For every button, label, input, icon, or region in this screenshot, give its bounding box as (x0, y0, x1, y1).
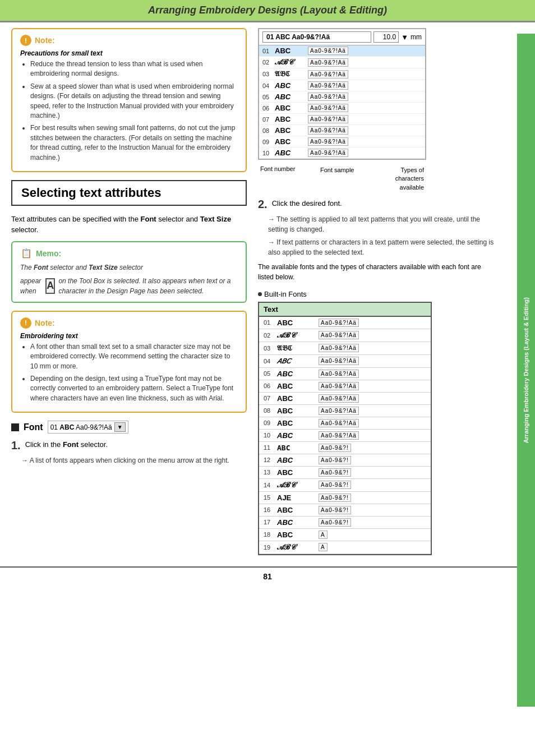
font-num-05: 05 (262, 94, 273, 100)
sidebar-right-text: Arranging Embroidery Designs (Layout & E… (522, 292, 530, 449)
font-list-item-09[interactable]: 09 ABC Aa0-9&?!Aä (259, 136, 425, 147)
ft-chars-01: Aa0-9&?!Aä (319, 319, 359, 327)
font-num-06: 06 (262, 105, 273, 112)
note-title-bottom: Note: (35, 319, 55, 328)
note-subtitle-top: Precautions for small text (20, 49, 238, 57)
font-label-text: Font (24, 422, 43, 432)
memo-toolbox: appear when A on the Tool Box is selecte… (20, 276, 238, 296)
ft-num-01: 01 (264, 319, 275, 326)
ft-prev-18: ABC (277, 531, 316, 539)
font-list-item-04[interactable]: 04 ABC Aa0-9&?!Aä (259, 80, 425, 91)
fonts-table-row-08[interactable]: 08 ABC Aa0-9&?!Aä (259, 405, 431, 417)
font-num-09: 09 (262, 139, 273, 145)
font-list-item-02[interactable]: 02 𝒜ℬ𝒞 Aa0-9&?!Aä (259, 57, 425, 68)
font-dropdown-arrow-icon[interactable]: ▼ (114, 422, 126, 432)
fonts-table-row-09[interactable]: 09 ABC Aa0-9&?!Aä (259, 417, 431, 430)
char-types-06: Aa0-9&?!Aä (308, 104, 348, 112)
fonts-table-row-12[interactable]: 12 ABC Aa0-9&?! (259, 454, 431, 467)
char-types-01: Aa0-9&?!Aä (308, 47, 348, 55)
font-num-10: 10 (262, 150, 273, 156)
fonts-table-row-16[interactable]: 16 ABC Aa0-9&?! (259, 504, 431, 517)
fonts-table-row-04[interactable]: 04 𝘈𝘉𝘊 Aa0-9&?!Aä (259, 355, 431, 368)
step1: 1. Click in the Font selector. → A list … (11, 439, 247, 465)
annotation-labels: Font number Font sample Types of charact… (258, 165, 426, 191)
fonts-table-row-15[interactable]: 15 AJE Aa0-9&?! (259, 492, 431, 504)
ft-chars-10: Aa0-9&?!Aä (319, 431, 359, 440)
step2-arrow2: → If text patterns or characters in a te… (268, 237, 495, 257)
ft-num-19: 19 (264, 544, 275, 551)
step2-text: Click the desired font. (272, 198, 342, 209)
font-selector-widget[interactable]: 01 ABC Aa0-9&?!Aä ▼ (48, 421, 128, 434)
ft-num-11: 11 (264, 444, 275, 451)
ft-chars-06: Aa0-9&?!Aä (319, 382, 359, 390)
types-label-area: Types of characters available (379, 165, 424, 191)
ft-num-13: 13 (264, 469, 275, 476)
char-types-09: Aa0-9&?!Aä (308, 137, 348, 146)
font-list-item-05[interactable]: 05 ABC Aa0-9&?!Aä (259, 91, 425, 103)
ft-prev-02: 𝒜ℬ𝒞 (277, 331, 316, 340)
fonts-table-row-10[interactable]: 10 ABC Aa0-9&?!Aä (259, 430, 431, 442)
ft-prev-16: ABC (277, 506, 316, 514)
note-icon-bottom: ! (20, 317, 31, 329)
step1-text: Click in the Font selector. (25, 439, 108, 450)
font-list-item-08[interactable]: 08 ABC Aa0-9&?!Aä (259, 125, 425, 136)
fonts-table-row-05[interactable]: 05 ABC Aa0-9&?!Aä (259, 368, 431, 380)
note-bullet-2: Sew at a speed slower than what is used … (30, 82, 238, 121)
fonts-table-row-01[interactable]: 01 ABC Aa0-9&?!Aä (259, 317, 431, 329)
ft-chars-02: Aa0-9&?!Aä (319, 331, 359, 339)
ft-prev-12: ABC (277, 456, 316, 464)
font-list-item-01[interactable]: 01 ABC Aa0-9&?!Aä (259, 45, 425, 57)
step2-header: 2. Click the desired font. (258, 198, 495, 211)
ft-prev-06: ABC (277, 382, 316, 390)
fonts-table-row-02[interactable]: 02 𝒜ℬ𝒞 Aa0-9&?!Aä (259, 329, 431, 342)
ft-num-09: 09 (264, 420, 275, 426)
fonts-table-row-03[interactable]: 03 𝔄𝔅ℭ Aa0-9&?!Aä (259, 342, 431, 355)
font-list-item-07[interactable]: 07 ABC Aa0-9&?!Aä (259, 114, 425, 125)
main-content: ! Note: Precautions for small text Reduc… (0, 22, 517, 561)
note-bullet-b2: Depending on the design, text using a Tr… (30, 374, 238, 403)
ft-num-08: 08 (264, 407, 275, 414)
font-num-02: 02 (262, 59, 273, 66)
ft-prev-13: ABC (277, 468, 316, 477)
ft-chars-08: Aa0-9&?!Aä (319, 407, 359, 415)
ft-chars-17: Aa0-9&?! (319, 518, 351, 527)
fonts-table-row-07[interactable]: 07 ABC Aa0-9&?!Aä (259, 393, 431, 405)
ft-prev-19: 𝒜ℬ𝒞 (277, 543, 316, 552)
note-title-top: Note: (35, 36, 55, 45)
font-list-item-06[interactable]: 06 ABC Aa0-9&?!Aä (259, 103, 425, 114)
ft-prev-04: 𝘈𝘉𝘊 (277, 357, 316, 366)
ft-chars-19: A (319, 543, 328, 551)
fonts-table-row-06[interactable]: 06 ABC Aa0-9&?!Aä (259, 380, 431, 393)
note-subtitle-bottom: Embroidering text (20, 332, 238, 340)
fonts-table-row-17[interactable]: 17 ABC Aa0-9&?! (259, 517, 431, 529)
fonts-table-row-19[interactable]: 19 𝒜ℬ𝒞 A (259, 541, 431, 554)
ft-chars-09: Aa0-9&?!Aä (319, 419, 359, 427)
step1-arrow: → A list of fonts appears when clicking … (21, 455, 247, 465)
font-size-box[interactable]: 10.0 (373, 31, 399, 43)
font-preview-09: ABC (275, 137, 306, 146)
ft-prev-09: ABC (277, 419, 316, 427)
ft-num-06: 06 (264, 382, 275, 389)
ft-num-05: 05 (264, 370, 275, 377)
font-dropdown-header: 01 ABC Aa0-9&?!Aä 10.0 ▼ mm (259, 29, 425, 45)
font-preview-08: ABC (275, 126, 306, 135)
note-header-bottom: ! Note: (20, 317, 238, 329)
font-list-item-03[interactable]: 03 𝔄𝔅ℭ Aa0-9&?!Aä (259, 68, 425, 80)
fonts-table-row-18[interactable]: 18 ABC A (259, 529, 431, 541)
section-heading: Selecting text attributes (11, 180, 247, 206)
mm-label: mm (411, 33, 422, 41)
memo-line2-prefix: appear when (20, 276, 42, 296)
ft-num-12: 12 (264, 457, 275, 463)
fonts-table-row-13[interactable]: 13 ABC Aa0-9&?! (259, 467, 431, 479)
ft-prev-08: ABC (277, 407, 316, 415)
ft-prev-17: ABC (277, 518, 316, 527)
font-list-item-10[interactable]: 10 ABC Aa0-9&?!Aä (259, 147, 425, 159)
font-dropdown-ui[interactable]: 01 ABC Aa0-9&?!Aä 10.0 ▼ mm 01 ABC Aa0-9… (258, 28, 426, 160)
fonts-table-row-11[interactable]: 11 ABC Aa0-9&?! (259, 442, 431, 454)
ft-chars-18: A (319, 531, 328, 539)
memo-icon: 📋 (20, 248, 33, 259)
fonts-table-row-14[interactable]: 14 𝒜ℬ𝒞 Aa0-9&?! (259, 479, 431, 492)
font-preview-03: 𝔄𝔅ℭ (275, 70, 306, 79)
size-dropdown-arrow-icon[interactable]: ▼ (401, 33, 408, 42)
builtin-label-text: Built-in Fonts (264, 290, 307, 298)
